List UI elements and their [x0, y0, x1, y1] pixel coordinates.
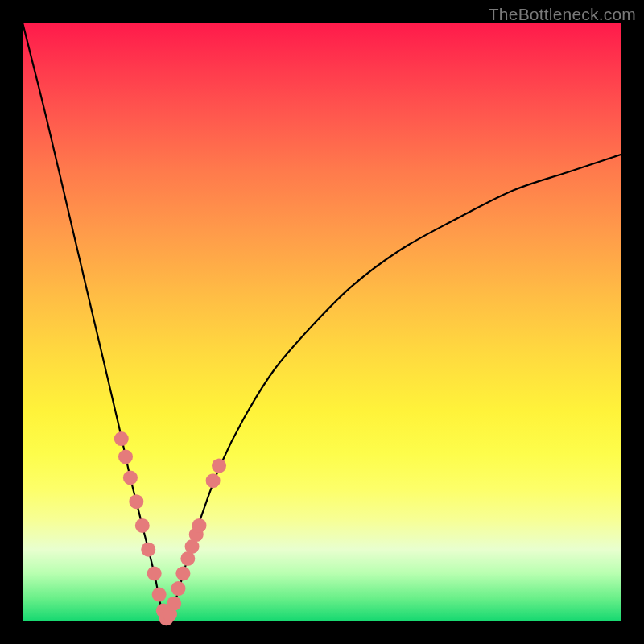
marker-dot	[152, 588, 167, 602]
marker-dot	[129, 494, 143, 509]
marker-dot	[147, 566, 162, 580]
marker-dot	[141, 543, 155, 557]
marker-dot	[167, 597, 181, 611]
marker-dot	[135, 518, 150, 533]
marker-dot	[212, 459, 226, 473]
bottleneck-curve	[23, 23, 621, 621]
marker-dot	[206, 473, 221, 488]
marker-cluster	[114, 431, 226, 625]
watermark-text: TheBottleneck.com	[489, 5, 636, 24]
bottleneck-curve-plot	[23, 23, 621, 621]
marker-dot	[123, 470, 138, 485]
marker-dot	[192, 518, 206, 533]
chart-area	[23, 23, 621, 621]
marker-dot	[171, 581, 185, 596]
marker-dot	[175, 566, 190, 580]
marker-dot	[114, 431, 129, 446]
marker-dot	[118, 449, 133, 464]
